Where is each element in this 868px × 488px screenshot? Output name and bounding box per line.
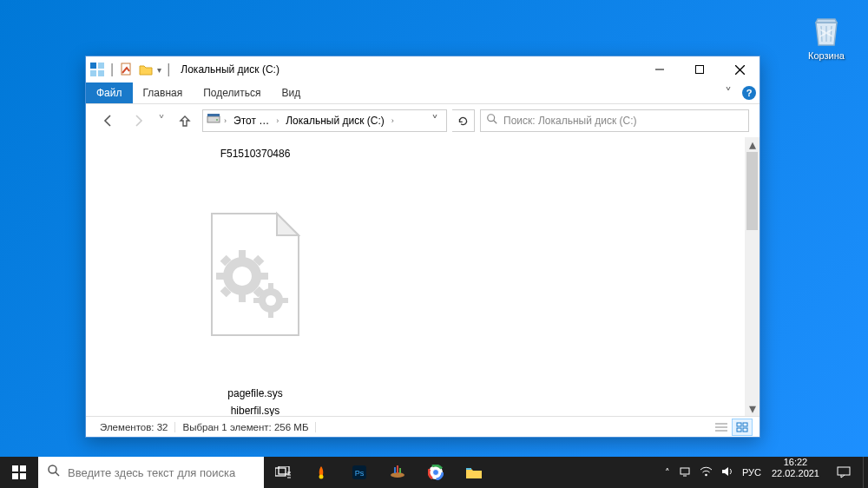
- breadcrumb-drive[interactable]: Локальный диск (C:): [282, 115, 388, 127]
- volume-icon[interactable]: [721, 466, 733, 478]
- svg-point-11: [216, 119, 218, 121]
- explorer-window: | ▾ | Локальный диск (C:) Файл Главная П…: [85, 56, 760, 438]
- file-list[interactable]: F51510370486 pagefile.sys hiberfil.sys s…: [86, 137, 745, 416]
- file-name-top: hiberfil.sys: [231, 405, 280, 416]
- view-details-button[interactable]: [711, 419, 732, 436]
- status-item-count: Элементов: 32: [93, 422, 175, 432]
- svg-rect-55: [275, 468, 286, 476]
- status-bar: Элементов: 32 Выбран 1 элемент: 256 МБ: [86, 416, 760, 437]
- tab-file[interactable]: Файл: [86, 82, 133, 103]
- scroll-track[interactable]: [745, 152, 760, 401]
- tray-chevron-icon[interactable]: ˄: [665, 467, 670, 478]
- task-view-button[interactable]: [264, 457, 302, 488]
- maximize-button[interactable]: [680, 56, 720, 82]
- search-box[interactable]: [480, 109, 749, 132]
- taskbar-search-input[interactable]: [68, 466, 255, 479]
- taskbar-app[interactable]: [302, 457, 340, 488]
- file-thumbnail: [142, 165, 368, 384]
- taskbar-app[interactable]: [455, 457, 493, 488]
- titlebar[interactable]: | ▾ | Локальный диск (C:): [86, 56, 760, 82]
- scroll-down-icon[interactable]: ▾: [745, 401, 760, 416]
- svg-rect-64: [394, 467, 396, 473]
- recycle-bin-icon: [807, 10, 845, 49]
- svg-rect-65: [397, 465, 398, 473]
- svg-rect-10: [207, 114, 220, 116]
- svg-point-53: [49, 465, 56, 473]
- vertical-scrollbar[interactable]: ▴ ▾: [745, 137, 760, 416]
- file-item[interactable]: F51510370486 pagefile.sys: [95, 144, 416, 401]
- svg-rect-27: [282, 298, 288, 303]
- svg-rect-16: [216, 273, 225, 280]
- file-name-bottom: pagefile.sys: [227, 387, 282, 399]
- svg-rect-66: [399, 468, 401, 473]
- close-button[interactable]: [720, 56, 760, 82]
- qat-separator-2: |: [167, 62, 170, 77]
- svg-rect-2: [90, 70, 96, 76]
- nav-up-button[interactable]: [173, 109, 197, 132]
- svg-rect-24: [268, 283, 273, 289]
- taskbar-app[interactable]: [417, 457, 455, 488]
- tab-share[interactable]: Поделиться: [193, 82, 271, 103]
- breadcrumb-this-pc[interactable]: Этот …: [230, 115, 273, 127]
- svg-rect-45: [737, 423, 741, 426]
- search-input[interactable]: [503, 115, 743, 127]
- properties-icon[interactable]: [119, 62, 135, 77]
- network-icon[interactable]: [679, 465, 691, 479]
- svg-rect-47: [737, 428, 741, 432]
- quick-access-toolbar: | ▾ |: [86, 62, 175, 77]
- svg-point-12: [488, 115, 495, 122]
- file-item[interactable]: hiberfil.sys swapfile.sys: [95, 401, 416, 416]
- taskbar: Ps ˄ РУС 16:22 22.02.2021: [0, 457, 868, 488]
- breadcrumb-chevron-icon[interactable]: ›: [390, 116, 396, 125]
- svg-rect-56: [279, 466, 289, 474]
- address-bar-row: ˅ › Этот … › Локальный диск (C:) › ˅: [86, 104, 760, 137]
- app-icon: [89, 62, 105, 77]
- show-desktop-button[interactable]: [863, 457, 868, 488]
- taskbar-search[interactable]: [38, 457, 264, 488]
- drive-icon: [207, 113, 220, 129]
- clock-time: 16:22: [772, 457, 819, 468]
- folder-icon[interactable]: [138, 62, 154, 77]
- minimize-button[interactable]: [640, 56, 680, 82]
- qat-separator: |: [110, 62, 114, 77]
- nav-history-dropdown[interactable]: ˅: [155, 113, 168, 129]
- nav-back-button[interactable]: [96, 109, 121, 132]
- svg-rect-25: [268, 312, 273, 318]
- help-icon: ?: [742, 86, 756, 100]
- svg-rect-26: [253, 298, 260, 303]
- svg-rect-1: [98, 63, 104, 69]
- ribbon: Файл Главная Поделиться Вид ˅ ?: [86, 82, 760, 104]
- refresh-button[interactable]: [452, 109, 475, 132]
- breadcrumb-chevron-icon[interactable]: ›: [222, 116, 228, 125]
- svg-point-60: [319, 475, 324, 479]
- window-title: Локальный диск (C:): [181, 63, 279, 76]
- scroll-up-icon[interactable]: ▴: [745, 137, 760, 152]
- taskbar-clock[interactable]: 16:22 22.02.2021: [766, 457, 825, 488]
- qat-dropdown-icon[interactable]: ▾: [157, 65, 161, 75]
- tab-view[interactable]: Вид: [271, 82, 311, 103]
- svg-rect-77: [838, 467, 850, 475]
- svg-rect-48: [743, 428, 747, 432]
- tab-home[interactable]: Главная: [133, 82, 194, 103]
- address-dropdown-icon[interactable]: ˅: [427, 113, 443, 129]
- breadcrumb-chevron-icon[interactable]: ›: [274, 116, 280, 125]
- scroll-thumb[interactable]: [746, 152, 758, 230]
- wifi-icon[interactable]: [700, 466, 713, 478]
- ribbon-collapse-icon[interactable]: ˅: [718, 82, 739, 103]
- start-button[interactable]: [0, 457, 38, 488]
- nav-forward-button[interactable]: [126, 109, 150, 132]
- action-center-button[interactable]: [825, 457, 863, 488]
- recycle-bin[interactable]: Корзина: [800, 10, 852, 61]
- help-button[interactable]: ?: [739, 82, 760, 103]
- svg-point-76: [705, 474, 707, 477]
- svg-rect-74: [681, 468, 689, 474]
- address-bar[interactable]: › Этот … › Локальный диск (C:) › ˅: [202, 109, 447, 132]
- taskbar-app[interactable]: Ps: [340, 457, 378, 488]
- taskbar-app[interactable]: [378, 457, 417, 488]
- svg-text:Ps: Ps: [355, 469, 365, 478]
- svg-line-54: [56, 472, 59, 476]
- svg-point-23: [266, 295, 276, 306]
- view-large-icons-button[interactable]: [732, 419, 753, 436]
- language-indicator[interactable]: РУС: [742, 467, 761, 478]
- svg-rect-6: [696, 66, 704, 74]
